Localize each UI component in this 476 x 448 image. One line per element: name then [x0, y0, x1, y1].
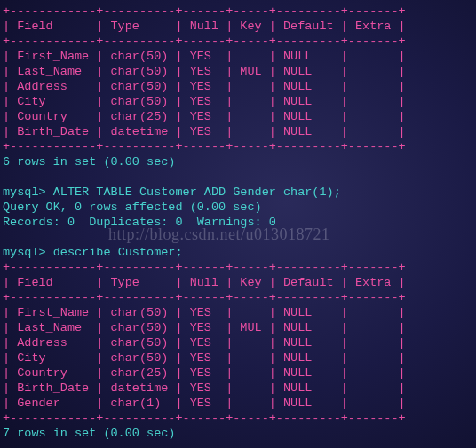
query-result: Records: 0 Duplicates: 0 Warnings: 0: [3, 216, 276, 229]
table-border: +------------+----------+------+-----+--…: [3, 140, 406, 153]
table-header: | Field | Type | Null | Key | Default | …: [3, 276, 406, 289]
table-row: | Birth_Date | datetime | YES | | NULL |…: [3, 125, 406, 138]
sql-statement: describe Customer;: [53, 246, 183, 259]
table-border: +------------+----------+------+-----+--…: [3, 4, 406, 18]
query-result: Query OK, 0 rows affected (0.00 sec): [3, 200, 262, 214]
mysql-prompt[interactable]: mysql>: [3, 185, 53, 199]
table-border: +------------+----------+------+-----+--…: [3, 35, 406, 48]
table-row: | First_Name | char(50) | YES | | NULL |…: [3, 50, 406, 63]
table-row: | City | char(50) | YES | | NULL | |: [3, 95, 406, 108]
table-row: | Gender | char(1) | YES | | NULL | |: [3, 397, 406, 410]
table-border: +------------+----------+------+-----+--…: [3, 261, 406, 274]
sql-statement: ALTER TABLE Customer ADD Gender char(1);: [53, 185, 341, 199]
terminal-output: +------------+----------+------+-----+--…: [3, 4, 476, 441]
rows-summary: 6 rows in set (0.00 sec): [3, 155, 175, 169]
table-row: | Last_Name | char(50) | YES | MUL | NUL…: [3, 321, 406, 334]
table-row: | Last_Name | char(50) | YES | MUL | NUL…: [3, 65, 406, 78]
table-border: +------------+----------+------+-----+--…: [3, 412, 406, 425]
table-row: | Address | char(50) | YES | | NULL | |: [3, 80, 406, 93]
mysql-prompt[interactable]: mysql>: [3, 246, 53, 259]
table-row: | City | char(50) | YES | | NULL | |: [3, 351, 406, 365]
table-row: | First_Name | char(50) | YES | | NULL |…: [3, 306, 406, 319]
table-header: | Field | Type | Null | Key | Default | …: [3, 20, 406, 33]
table-row: | Birth_Date | datetime | YES | | NULL |…: [3, 381, 406, 395]
table-row: | Country | char(25) | YES | | NULL | |: [3, 366, 406, 380]
table-border: +------------+----------+------+-----+--…: [3, 291, 406, 304]
table-row: | Country | char(25) | YES | | NULL | |: [3, 110, 406, 123]
table-row: | Address | char(50) | YES | | NULL | |: [3, 336, 406, 350]
rows-summary: 7 rows in set (0.00 sec): [3, 427, 175, 440]
